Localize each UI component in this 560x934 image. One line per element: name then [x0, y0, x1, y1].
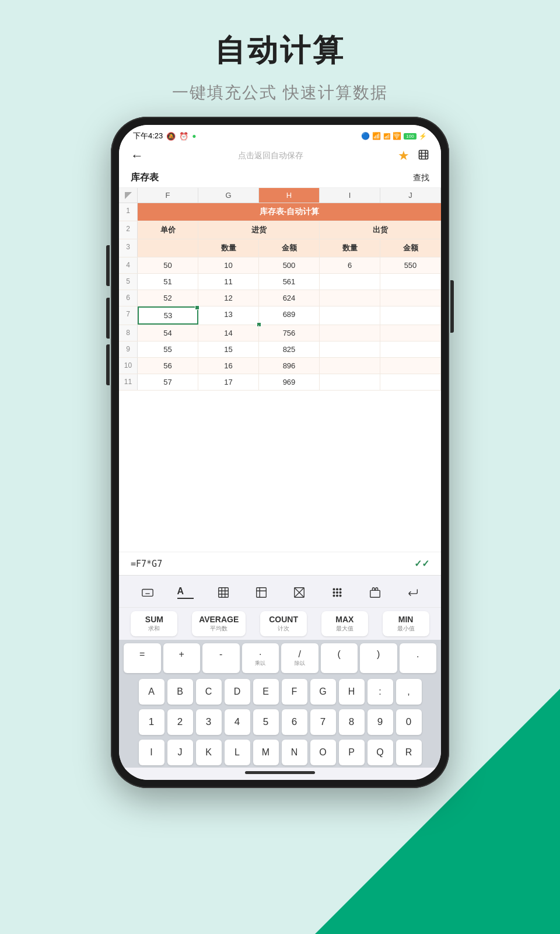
- cell-4-j[interactable]: 550: [380, 257, 441, 273]
- favorite-button[interactable]: ★: [398, 148, 410, 163]
- find-button[interactable]: 查找: [413, 173, 429, 183]
- cell-3-i[interactable]: 数量: [320, 239, 380, 257]
- cell-10-i[interactable]: [320, 358, 380, 374]
- cell-3-h[interactable]: 金额: [259, 239, 320, 257]
- table-ops-icon[interactable]: [364, 581, 386, 604]
- key-2[interactable]: 2: [167, 709, 193, 735]
- cell-5-g[interactable]: 11: [198, 274, 259, 290]
- cell-8-f[interactable]: 54: [138, 325, 198, 341]
- key-4[interactable]: 4: [225, 709, 250, 735]
- cell-8-h[interactable]: 756: [259, 325, 320, 341]
- cell-10-h[interactable]: 896: [259, 358, 320, 374]
- key-plus[interactable]: +: [163, 643, 201, 673]
- key-Q[interactable]: Q: [368, 740, 393, 765]
- cell-3-j[interactable]: 金额: [380, 239, 441, 257]
- cell-9-h[interactable]: 825: [259, 341, 320, 357]
- key-K[interactable]: K: [196, 740, 222, 765]
- cell-11-i[interactable]: [320, 374, 380, 390]
- key-F[interactable]: F: [282, 679, 307, 705]
- cell-4-i[interactable]: 6: [320, 257, 380, 273]
- cell-5-h[interactable]: 561: [259, 274, 320, 290]
- cell-6-g[interactable]: 12: [198, 290, 259, 306]
- confirm-button[interactable]: ✓✓: [414, 558, 429, 569]
- cell-11-f[interactable]: 57: [138, 374, 198, 390]
- cell-title[interactable]: 库存表-自动计算: [138, 203, 441, 221]
- key-D[interactable]: D: [225, 679, 250, 705]
- cell-8-j[interactable]: [380, 325, 441, 341]
- cell-7-h[interactable]: 689: [259, 306, 320, 325]
- cell-6-j[interactable]: [380, 290, 441, 306]
- cell-6-i[interactable]: [320, 290, 380, 306]
- func-count[interactable]: COUNT 计次: [260, 611, 307, 636]
- cell-9-f[interactable]: 55: [138, 341, 198, 357]
- cell-11-g[interactable]: 17: [198, 374, 259, 390]
- keyboard-icon[interactable]: [136, 581, 159, 604]
- cell-7-f[interactable]: 53: [138, 306, 198, 325]
- key-rparen[interactable]: ): [360, 643, 397, 673]
- func-min[interactable]: MIN 最小值: [383, 611, 429, 636]
- cell-10-j[interactable]: [380, 358, 441, 374]
- cell-2-ij[interactable]: 出货: [320, 221, 441, 239]
- key-lparen[interactable]: (: [321, 643, 358, 673]
- key-I[interactable]: I: [139, 740, 164, 765]
- cell-9-j[interactable]: [380, 341, 441, 357]
- key-9[interactable]: 9: [368, 709, 393, 735]
- cell-4-g[interactable]: 10: [198, 257, 259, 273]
- key-multiply[interactable]: ·乘以: [242, 643, 279, 673]
- key-colon[interactable]: :: [368, 679, 393, 705]
- key-M[interactable]: M: [253, 740, 279, 765]
- cell-9-g[interactable]: 15: [198, 341, 259, 357]
- cell-7-g[interactable]: 13: [198, 306, 259, 325]
- key-G[interactable]: G: [310, 679, 336, 705]
- func-max[interactable]: MAX 最大值: [321, 611, 368, 636]
- formula-text[interactable]: =F7*G7: [131, 559, 162, 569]
- key-H[interactable]: H: [339, 679, 365, 705]
- grid-dots-icon[interactable]: [326, 581, 348, 604]
- cell-6-h[interactable]: 624: [259, 290, 320, 306]
- cell-9-i[interactable]: [320, 341, 380, 357]
- cell-11-h[interactable]: 969: [259, 374, 320, 390]
- export-button[interactable]: [418, 149, 429, 163]
- cell-5-i[interactable]: [320, 274, 380, 290]
- enter-icon[interactable]: [402, 581, 424, 604]
- key-P[interactable]: P: [339, 740, 365, 765]
- key-C[interactable]: C: [196, 679, 222, 705]
- key-J[interactable]: J: [167, 740, 193, 765]
- cell-3-f[interactable]: [138, 239, 198, 257]
- func-average[interactable]: AVERAGE 平均数: [192, 611, 246, 636]
- key-A[interactable]: A: [139, 679, 164, 705]
- key-equals[interactable]: =: [124, 643, 161, 673]
- key-minus[interactable]: -: [202, 643, 240, 673]
- key-O[interactable]: O: [310, 740, 336, 765]
- back-button[interactable]: ←: [131, 148, 144, 163]
- key-7[interactable]: 7: [310, 709, 336, 735]
- cell-2-gh[interactable]: 进货: [198, 221, 320, 239]
- cell-5-j[interactable]: [380, 274, 441, 290]
- key-dot[interactable]: .: [400, 643, 437, 673]
- key-3[interactable]: 3: [196, 709, 222, 735]
- key-1[interactable]: 1: [139, 709, 164, 735]
- key-E[interactable]: E: [253, 679, 279, 705]
- key-divide[interactable]: /除以: [281, 643, 318, 673]
- key-L[interactable]: L: [225, 740, 250, 765]
- cell-4-f[interactable]: 50: [138, 257, 198, 273]
- cell-8-i[interactable]: [320, 325, 380, 341]
- cell-5-f[interactable]: 51: [138, 274, 198, 290]
- key-R[interactable]: R: [396, 740, 422, 765]
- key-0[interactable]: 0: [396, 709, 422, 735]
- cell-7-j[interactable]: [380, 306, 441, 325]
- cell-3-g[interactable]: 数量: [198, 239, 259, 257]
- key-B[interactable]: B: [167, 679, 193, 705]
- func-sum[interactable]: SUM 求和: [131, 611, 177, 636]
- key-N[interactable]: N: [282, 740, 307, 765]
- key-5[interactable]: 5: [253, 709, 279, 735]
- cell-8-g[interactable]: 14: [198, 325, 259, 341]
- cell-10-f[interactable]: 56: [138, 358, 198, 374]
- text-format-icon[interactable]: A: [174, 581, 197, 604]
- cell-6-f[interactable]: 52: [138, 290, 198, 306]
- cell-4-h[interactable]: 500: [259, 257, 320, 273]
- cell-2-f[interactable]: 单价: [138, 221, 198, 239]
- cell-7-i[interactable]: [320, 306, 380, 325]
- row-insert-icon[interactable]: [250, 581, 272, 604]
- table-insert-icon[interactable]: [212, 581, 235, 604]
